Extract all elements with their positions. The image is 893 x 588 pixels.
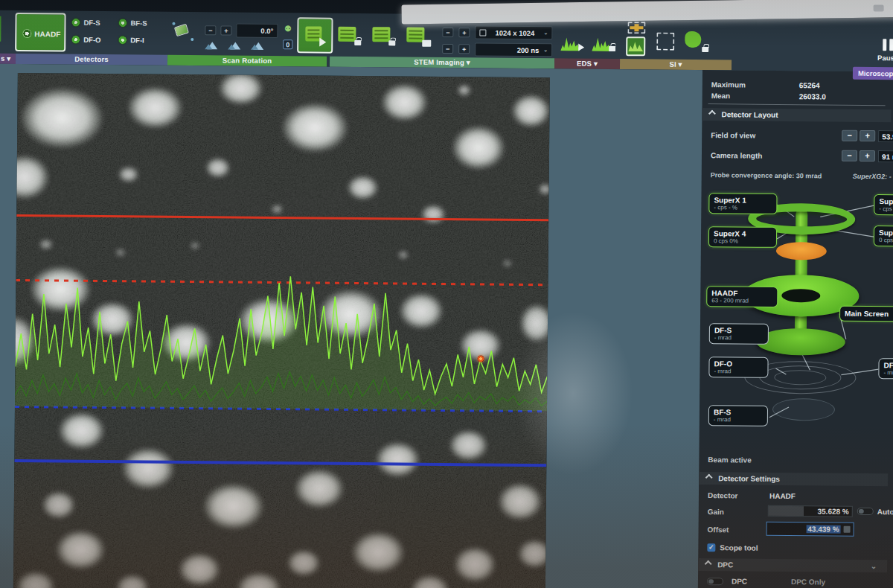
fov-minus-button[interactable]: − bbox=[842, 130, 857, 141]
stem-image-viewport[interactable] bbox=[13, 73, 550, 588]
node-superx4[interactable]: SuperX 4 0 cps 0% bbox=[708, 226, 777, 248]
padlock-icon bbox=[388, 40, 395, 45]
dwell-plus-button[interactable]: + bbox=[458, 44, 470, 54]
maximum-label: Maximum bbox=[711, 80, 746, 89]
detector-check-df-i[interactable]: DF-I bbox=[118, 36, 144, 44]
rotation-minus-button[interactable]: − bbox=[205, 25, 216, 35]
scope-trace-plot bbox=[13, 73, 550, 588]
gain-auto-toggle[interactable] bbox=[857, 508, 874, 515]
field-icon bbox=[844, 526, 851, 533]
image-stack-icon bbox=[372, 27, 390, 42]
padlock-icon bbox=[702, 47, 708, 52]
retracted-ring-inner bbox=[774, 370, 826, 386]
detector-state-icon bbox=[118, 19, 127, 27]
node-title: SuperX 4 bbox=[714, 229, 772, 238]
node-bf-s[interactable]: BF-S - mrad bbox=[708, 405, 768, 426]
detector-label: Detector bbox=[708, 491, 738, 499]
camera-length-minus-button[interactable]: − bbox=[842, 150, 857, 162]
single-acquire-button[interactable] bbox=[338, 27, 366, 49]
node-sub: 0 cps 0% bbox=[879, 237, 893, 244]
camera-length-label: Camera length bbox=[711, 151, 763, 160]
check-label: DF-S bbox=[83, 19, 100, 27]
play-icon bbox=[578, 44, 584, 51]
eds-acquire-button[interactable] bbox=[559, 31, 584, 52]
fov-plus-button[interactable]: + bbox=[860, 130, 875, 141]
camera-length-plus-button[interactable]: + bbox=[860, 150, 875, 162]
gain-value-field[interactable]: 35.628 % bbox=[768, 505, 853, 517]
si-region-select-icon[interactable] bbox=[656, 33, 674, 51]
dwell-minus-button[interactable]: − bbox=[442, 44, 453, 54]
chevron-down-icon[interactable]: ⌄ bbox=[871, 560, 877, 572]
dwell-time-dropdown[interactable]: 200 ns ⌄ bbox=[475, 42, 552, 57]
node-title: BF-S bbox=[714, 408, 763, 417]
aperture-disc bbox=[776, 242, 827, 261]
section-title: Detector Layout bbox=[721, 110, 778, 119]
detector-check-df-s[interactable]: DF-S bbox=[71, 19, 100, 27]
node-title: SuperX 2 bbox=[879, 197, 893, 206]
counter-zero-icon[interactable]: 0 bbox=[283, 39, 292, 49]
node-sub: - cps - % bbox=[879, 205, 893, 213]
node-sub: - mrad bbox=[714, 416, 763, 424]
node-superx1[interactable]: SuperX 1 - cps - % bbox=[708, 193, 777, 214]
dpc-mode-value[interactable]: DPC Only bbox=[791, 578, 825, 586]
application-window: s ▾ HAADF DF-S DF-O BF-S DF-I Detectors … bbox=[0, 0, 893, 588]
offset-value-field[interactable]: 43.439 % bbox=[766, 522, 854, 537]
rotate-right-icon[interactable] bbox=[253, 42, 263, 50]
detector-settings-section-header[interactable]: Detector Settings bbox=[699, 472, 888, 486]
detector-layout-section-header[interactable]: Detector Layout bbox=[702, 108, 891, 122]
node-title: DF-O bbox=[714, 359, 763, 368]
detector-check-df-o[interactable]: DF-O bbox=[71, 36, 100, 44]
node-sub: 0 cps 0% bbox=[714, 237, 772, 245]
play-icon bbox=[319, 38, 326, 47]
node-superx2[interactable]: SuperX 2 - cps - % bbox=[874, 194, 893, 216]
dpc-section-header[interactable]: DPC ⌄ bbox=[698, 558, 887, 572]
bf-detector-ellipse bbox=[772, 398, 835, 421]
si-grid-icon[interactable] bbox=[627, 22, 645, 33]
ribbon-group-fragment-label[interactable]: s ▾ bbox=[0, 54, 16, 64]
si-acquire-button[interactable] bbox=[626, 36, 645, 56]
detector-state-icon bbox=[71, 36, 80, 44]
node-main-screen[interactable]: Main Screen bbox=[839, 306, 893, 322]
series-acquire-button[interactable] bbox=[372, 27, 400, 49]
stem-acquire-button[interactable] bbox=[297, 17, 333, 53]
resolution-dropdown[interactable]: 1024 x 1024 ⌄ bbox=[475, 25, 552, 39]
flucam-bug-icon[interactable]: ⚉ bbox=[283, 24, 292, 33]
node-df-s[interactable]: DF-S - mrad bbox=[709, 323, 769, 345]
detector-check-bf-s[interactable]: BF-S bbox=[118, 19, 147, 27]
rotate-left-icon[interactable] bbox=[207, 42, 217, 49]
check-label: DF-I bbox=[130, 36, 144, 44]
clipped-button-fragment bbox=[0, 16, 1, 42]
si-group-label[interactable]: SI ▾ bbox=[620, 59, 732, 70]
camera-length-value-field[interactable]: 91 m bbox=[878, 150, 893, 163]
node-df-i[interactable]: DF-I - mrad bbox=[878, 358, 893, 380]
pause-icon bbox=[881, 39, 893, 54]
rotate-reset-icon[interactable] bbox=[230, 42, 240, 50]
rotation-plus-button[interactable]: + bbox=[220, 25, 231, 35]
eds-capture-button[interactable] bbox=[590, 32, 615, 53]
section-title: Detector Settings bbox=[718, 474, 780, 483]
microscope-flyout-button[interactable]: Microscope bbox=[853, 67, 893, 80]
node-title: DF-S bbox=[714, 326, 764, 335]
eds-group-label[interactable]: EDS ▾ bbox=[554, 58, 620, 69]
haadf-detector-button[interactable]: HAADF bbox=[15, 13, 65, 52]
fov-value-field[interactable]: 53.9 bbox=[878, 130, 893, 143]
rotation-angle-field[interactable]: 0.0° bbox=[236, 24, 278, 38]
check-label: BF-S bbox=[130, 19, 147, 27]
resolution-plus-button[interactable]: + bbox=[458, 28, 470, 37]
si-capture-button[interactable] bbox=[685, 31, 710, 52]
node-superx3[interactable]: SuperX 3 0 cps 0% bbox=[874, 226, 893, 247]
selected-text: 43.439 % bbox=[806, 525, 840, 533]
resolution-minus-button[interactable]: − bbox=[442, 28, 453, 37]
dpc-toggle[interactable] bbox=[707, 578, 723, 585]
detector-layout-diagram: SuperX 1 - cps - % SuperX 4 0 cps 0% Sup… bbox=[699, 182, 893, 458]
image-stack-icon bbox=[338, 27, 356, 42]
gain-label: Gain bbox=[708, 508, 724, 516]
scope-tool-checkbox[interactable]: ✓ bbox=[707, 543, 715, 552]
node-df-o[interactable]: DF-O - mrad bbox=[708, 357, 768, 378]
capture-button[interactable] bbox=[406, 28, 435, 50]
trace-marker-dot[interactable] bbox=[478, 355, 484, 362]
detector-value[interactable]: HAADF bbox=[769, 492, 796, 500]
pause-button[interactable]: Pause bbox=[872, 39, 893, 62]
resolution-value: 1024 x 1024 bbox=[495, 28, 534, 36]
node-haadf[interactable]: HAADF 63 - 200 mrad bbox=[706, 286, 778, 307]
